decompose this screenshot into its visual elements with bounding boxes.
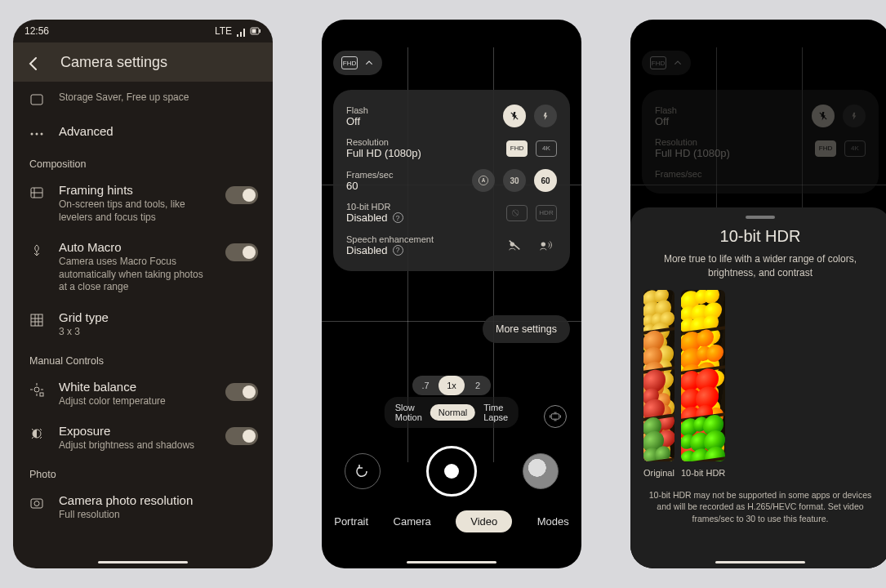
zoom-0-7[interactable]: .7 xyxy=(412,376,439,395)
fine-print: 10-bit HDR may not be supported in some … xyxy=(643,489,877,525)
speech-off-button[interactable] xyxy=(503,234,526,256)
screen-camera-settings: 12:56 LTE Camera settings Storage Saver,… xyxy=(13,20,273,568)
last-capture-thumbnail[interactable] xyxy=(523,453,559,489)
gesture-bar[interactable] xyxy=(407,561,496,564)
speed-timelapse[interactable]: Time Lapse xyxy=(475,399,516,425)
row-advanced[interactable]: Advanced xyxy=(13,116,273,150)
fps-label: Frames/sec xyxy=(346,170,393,180)
screen-video-quicksettings: FHD Flash Off Resolution Full HD (1080p)… xyxy=(322,20,581,568)
svg-rect-20 xyxy=(31,95,42,105)
flash-on-button[interactable] xyxy=(534,105,557,127)
flash-on-icon xyxy=(541,111,550,121)
fps-auto-button[interactable] xyxy=(472,169,495,192)
framing-title: Framing hints xyxy=(59,183,212,197)
row-auto-macro[interactable]: Auto Macro Camera uses Macro Focus autom… xyxy=(13,232,273,302)
grid-desc: 3 x 3 xyxy=(59,326,258,339)
compare-original: Original xyxy=(643,290,675,478)
section-composition: Composition xyxy=(13,150,273,175)
wb-icon xyxy=(29,381,45,398)
res-4k-button[interactable]: 4K xyxy=(536,140,557,157)
zoom-selector[interactable]: .7 1x 2 xyxy=(412,376,491,395)
row-white-balance[interactable]: White balance Adjust color temperature xyxy=(13,372,273,416)
storage-icon xyxy=(29,91,45,108)
flash-value: Off xyxy=(346,115,368,127)
res-label: Resolution xyxy=(346,137,421,147)
quick-settings-panel: Flash Off Resolution Full HD (1080p) FHD… xyxy=(333,90,570,271)
record-dot xyxy=(444,464,459,479)
gesture-bar[interactable] xyxy=(715,561,805,564)
qrow-flash: Flash Off xyxy=(346,100,557,132)
sheet-subtitle: More true to life with a wider range of … xyxy=(647,252,874,280)
macro-switch[interactable] xyxy=(225,243,258,261)
gesture-bar[interactable] xyxy=(98,561,188,564)
row-storage-saver[interactable]: Storage Saver, Free up space xyxy=(13,82,273,116)
hdr-help-icon[interactable]: ? xyxy=(393,212,403,223)
speech-on-button[interactable] xyxy=(534,234,557,256)
compare-hdr: 10-bit HDR xyxy=(681,290,725,478)
hdr-info-sheet: 10-bit HDR More true to life with a wide… xyxy=(630,207,886,568)
qrow-hdr: 10-bit HDR Disabled? ⃠ HDR xyxy=(346,197,557,229)
network-label: LTE xyxy=(215,25,232,37)
signal-icon xyxy=(235,25,247,37)
exposure-icon xyxy=(29,425,45,442)
status-bar: 12:56 LTE xyxy=(13,20,273,42)
speed-normal[interactable]: Normal xyxy=(430,404,475,421)
sheet-title: 10-bit HDR xyxy=(643,227,877,246)
storage-desc: Storage Saver, Free up space xyxy=(59,91,258,105)
advanced-label: Advanced xyxy=(59,124,258,138)
framing-switch[interactable] xyxy=(225,186,258,204)
mode-tabs[interactable]: Portrait Camera Video Modes xyxy=(322,510,581,532)
speech-off-icon xyxy=(507,238,522,252)
app-bar: Camera settings xyxy=(13,42,273,82)
wb-title: White balance xyxy=(59,380,212,394)
section-photo: Photo xyxy=(13,461,273,485)
speech-on-icon xyxy=(538,238,553,252)
sheet-handle[interactable] xyxy=(746,216,775,219)
flash-label: Flash xyxy=(346,105,368,115)
fhd-chip-icon: FHD xyxy=(341,56,358,69)
record-button[interactable] xyxy=(426,446,477,497)
framing-desc: On-screen tips and tools, like levelers … xyxy=(59,198,212,224)
hdr-off-button[interactable]: ⃠ xyxy=(506,205,528,221)
tab-camera[interactable]: Camera xyxy=(394,515,431,528)
screen-hdr-info: FHD FlashOff ResolutionFull HD (1080p) F… xyxy=(630,20,886,568)
quicksettings-pill[interactable]: FHD xyxy=(333,51,382,75)
speed-slow[interactable]: Slow Motion xyxy=(387,399,430,425)
tab-portrait[interactable]: Portrait xyxy=(334,515,368,528)
exposure-desc: Adjust brightness and shadows xyxy=(59,439,212,452)
row-exposure[interactable]: Exposure Adjust brightness and shadows xyxy=(13,416,273,461)
fps-30-button[interactable]: 30 xyxy=(503,169,526,192)
camera-res-icon xyxy=(29,495,45,511)
exposure-switch[interactable] xyxy=(225,427,258,445)
zoom-1x[interactable]: 1x xyxy=(439,376,465,395)
section-manual: Manual Controls xyxy=(13,347,273,372)
macro-icon xyxy=(29,242,45,258)
hdr-value: Disabled xyxy=(346,212,388,224)
flash-off-button[interactable] xyxy=(503,105,526,127)
flash-off-icon xyxy=(509,110,520,122)
swap-camera-button[interactable] xyxy=(345,453,381,489)
zoom-2[interactable]: 2 xyxy=(465,376,491,395)
res-title: Camera photo resolution xyxy=(59,493,258,507)
back-icon[interactable] xyxy=(24,54,41,70)
speed-selector[interactable]: Slow Motion Normal Time Lapse xyxy=(385,397,519,428)
speech-help-icon[interactable]: ? xyxy=(393,245,403,256)
row-grid-type[interactable]: Grid type 3 x 3 xyxy=(13,302,273,347)
row-photo-resolution[interactable]: Camera photo resolution Full resolution xyxy=(13,485,273,530)
fps-60-button[interactable]: 60 xyxy=(534,169,557,192)
wb-switch[interactable] xyxy=(225,383,258,401)
tab-video[interactable]: Video xyxy=(456,510,512,532)
macro-title: Auto Macro xyxy=(59,240,212,254)
tab-modes[interactable]: Modes xyxy=(537,515,569,528)
clock: 12:56 xyxy=(24,25,49,37)
wb-desc: Adjust color temperature xyxy=(59,395,212,408)
more-settings-button[interactable]: More settings xyxy=(483,315,570,343)
stabilization-button[interactable] xyxy=(544,405,567,428)
hdr-label: 10-bit HDR xyxy=(346,202,403,212)
caption-hdr: 10-bit HDR xyxy=(681,468,725,478)
hdr-on-button[interactable]: HDR xyxy=(536,205,557,221)
row-framing-hints[interactable]: Framing hints On-screen tips and tools, … xyxy=(13,175,273,232)
settings-list[interactable]: Storage Saver, Free up space Advanced Co… xyxy=(13,82,273,554)
qrow-resolution: Resolution Full HD (1080p) FHD 4K xyxy=(346,132,557,164)
res-fhd-button[interactable]: FHD xyxy=(506,140,528,157)
